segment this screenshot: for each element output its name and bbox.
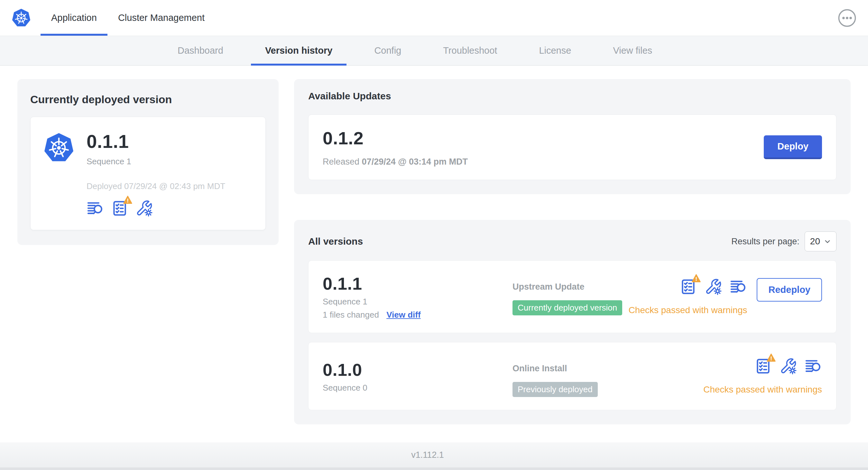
left-column: Currently deployed version 0.1.1 Sequenc… (18, 79, 279, 442)
preflight-checks-warning-icon[interactable] (111, 200, 128, 217)
section-nav: Dashboard Version history Config Trouble… (0, 36, 868, 66)
tab-config[interactable]: Config (360, 36, 415, 65)
ellipsis-icon (838, 9, 857, 27)
preflight-checks-warning-icon[interactable] (754, 358, 772, 375)
released-label: Released (323, 157, 359, 167)
tab-cluster-management[interactable]: Cluster Management (107, 0, 215, 36)
overflow-menu-button[interactable] (838, 9, 857, 27)
tab-dashboard[interactable]: Dashboard (163, 36, 238, 65)
warning-triangle-icon (691, 274, 701, 283)
current-version-sequence: Sequence 1 (87, 157, 225, 167)
version-row-actions: Checks passed with warnings (703, 358, 822, 395)
app-nav: Application Cluster Management (40, 0, 215, 36)
results-per-page-select[interactable]: 20 (805, 231, 836, 251)
app-kubernetes-logo-icon (43, 132, 74, 163)
update-info: 0.1.2 Released 07/29/24 @ 03:14 pm MDT (323, 128, 468, 167)
config-icon[interactable] (705, 278, 722, 296)
currently-deployed-card: Currently deployed version 0.1.1 Sequenc… (18, 79, 279, 245)
available-updates-card: Available Updates 0.1.2 Released 07/29/2… (294, 79, 850, 194)
released-date: 07/29/24 @ 03:14 pm MDT (362, 157, 468, 167)
update-version-number: 0.1.2 (323, 128, 468, 148)
version-status-block: Checks passed with warnings (629, 278, 747, 315)
status-badge: Previously deployed (513, 382, 598, 397)
current-version-actions (87, 200, 225, 217)
top-bar: Application Cluster Management (0, 0, 868, 36)
version-status-block: Checks passed with warnings (703, 358, 822, 395)
current-version-number: 0.1.1 (87, 131, 225, 152)
right-column: Available Updates 0.1.2 Released 07/29/2… (294, 79, 850, 442)
files-changed-label: 1 files changed (323, 310, 379, 320)
warning-triangle-icon (766, 353, 776, 363)
tab-cluster-management-label: Cluster Management (118, 12, 205, 23)
all-versions-title: All versions (308, 236, 363, 247)
version-action-icons (754, 358, 822, 375)
tab-application-label: Application (51, 12, 97, 23)
config-icon[interactable] (779, 358, 797, 375)
warning-triangle-icon (123, 195, 133, 205)
current-version-deployed-at: Deployed 07/29/24 @ 02:43 pm MDT (87, 181, 225, 191)
version-number: 0.1.0 (323, 360, 513, 380)
main-content: Currently deployed version 0.1.1 Sequenc… (0, 66, 868, 442)
results-per-page: Results per page: 20 (731, 231, 836, 251)
redeploy-button[interactable]: Redeploy (757, 278, 822, 302)
update-released-line: Released 07/29/24 @ 03:14 pm MDT (323, 157, 468, 167)
results-per-page-value: 20 (810, 236, 820, 246)
results-per-page-label: Results per page: (731, 237, 800, 246)
tab-version-history[interactable]: Version history (251, 36, 347, 65)
status-badge: Currently deployed version (513, 300, 622, 315)
deploy-logs-icon[interactable] (805, 358, 822, 375)
chevron-down-icon (823, 237, 832, 246)
currently-deployed-version-panel: 0.1.1 Sequence 1 Deployed 07/29/24 @ 02:… (30, 117, 266, 230)
source-label: Upstream Update (513, 282, 629, 292)
version-action-icons (679, 278, 747, 296)
version-number: 0.1.1 (323, 274, 513, 294)
version-row-source: Online Install Previously deployed (513, 355, 703, 397)
checks-status-text: Checks passed with warnings (703, 384, 822, 395)
version-sequence: Sequence 1 (323, 297, 513, 307)
version-row-source: Upstream Update Currently deployed versi… (513, 274, 629, 315)
checks-status-text: Checks passed with warnings (629, 305, 747, 315)
all-versions-header: All versions Results per page: 20 (308, 231, 836, 251)
tab-view-files[interactable]: View files (599, 36, 666, 65)
deploy-logs-icon[interactable] (87, 200, 104, 217)
config-icon[interactable] (135, 200, 153, 217)
admin-console-version: v1.112.1 (411, 450, 444, 460)
kubernetes-logo-icon (11, 8, 31, 28)
preflight-checks-warning-icon[interactable] (679, 278, 697, 296)
version-row: 0.1.1 Sequence 1 1 files changed View di… (308, 260, 836, 333)
available-updates-title: Available Updates (308, 91, 836, 102)
deploy-logs-icon[interactable] (730, 278, 747, 296)
source-label: Online Install (513, 364, 703, 374)
version-row-info: 0.1.0 Sequence 0 (323, 360, 513, 393)
update-row: 0.1.2 Released 07/29/24 @ 03:14 pm MDT D… (308, 114, 836, 180)
footer: v1.112.1 (0, 442, 868, 470)
version-sequence: Sequence 0 (323, 383, 513, 393)
deploy-button[interactable]: Deploy (764, 135, 822, 159)
files-changed-line: 1 files changed View diff (323, 310, 513, 320)
version-row-info: 0.1.1 Sequence 1 1 files changed View di… (323, 274, 513, 320)
all-versions-card: All versions Results per page: 20 0.1.1 … (294, 220, 850, 424)
page: Application Cluster Management Dashboard… (0, 0, 868, 470)
tab-application[interactable]: Application (40, 0, 107, 36)
tab-troubleshoot[interactable]: Troubleshoot (429, 36, 511, 65)
version-row-actions: Checks passed with warnings Redeploy (629, 278, 822, 315)
version-row: 0.1.0 Sequence 0 Online Install Previous… (308, 342, 836, 410)
tab-license[interactable]: License (525, 36, 585, 65)
currently-deployed-title: Currently deployed version (30, 93, 266, 106)
view-diff-link[interactable]: View diff (386, 310, 421, 320)
current-version-info: 0.1.1 Sequence 1 Deployed 07/29/24 @ 02:… (87, 131, 225, 217)
